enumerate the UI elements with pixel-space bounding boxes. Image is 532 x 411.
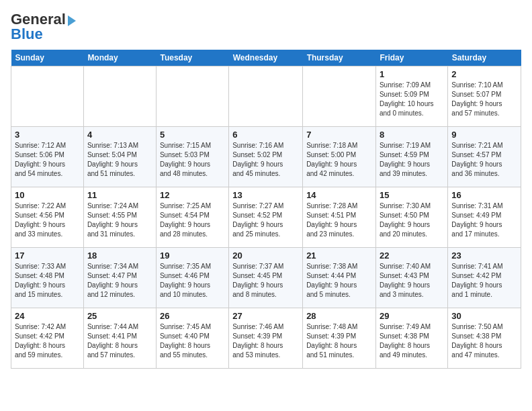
day-cell: 10Sunrise: 7:22 AM Sunset: 4:56 PM Dayli… <box>11 187 84 248</box>
day-number: 24 <box>15 311 80 321</box>
week-row-1: 3Sunrise: 7:12 AM Sunset: 5:06 PM Daylig… <box>11 127 521 187</box>
week-row-0: 1Sunrise: 7:09 AM Sunset: 5:09 PM Daylig… <box>11 66 521 127</box>
day-number: 29 <box>380 311 444 321</box>
day-cell: 9Sunrise: 7:21 AM Sunset: 4:57 PM Daylig… <box>448 127 521 187</box>
day-cell: 30Sunrise: 7:50 AM Sunset: 4:38 PM Dayli… <box>448 308 521 369</box>
day-cell: 14Sunrise: 7:28 AM Sunset: 4:51 PM Dayli… <box>303 187 376 248</box>
day-cell: 21Sunrise: 7:38 AM Sunset: 4:44 PM Dayli… <box>303 248 376 308</box>
day-info: Sunrise: 7:37 AM Sunset: 4:45 PM Dayligh… <box>232 262 299 300</box>
day-number: 2 <box>451 69 517 79</box>
header-sunday: Sunday <box>11 50 84 66</box>
day-info: Sunrise: 7:49 AM Sunset: 4:38 PM Dayligh… <box>380 322 444 360</box>
day-number: 15 <box>380 190 444 200</box>
day-cell: 23Sunrise: 7:41 AM Sunset: 4:42 PM Dayli… <box>448 248 521 308</box>
header-friday: Friday <box>375 50 447 66</box>
day-number: 21 <box>306 250 372 261</box>
day-cell: 22Sunrise: 7:40 AM Sunset: 4:43 PM Dayli… <box>375 248 447 308</box>
day-info: Sunrise: 7:10 AM Sunset: 5:07 PM Dayligh… <box>451 81 517 118</box>
header-tuesday: Tuesday <box>156 50 228 66</box>
day-number: 4 <box>87 130 152 140</box>
logo: General Blue <box>11 11 76 43</box>
day-number: 19 <box>160 250 225 261</box>
day-cell: 12Sunrise: 7:25 AM Sunset: 4:54 PM Dayli… <box>156 187 228 248</box>
day-info: Sunrise: 7:24 AM Sunset: 4:55 PM Dayligh… <box>87 201 152 239</box>
logo-text-blue: Blue <box>11 26 43 43</box>
day-cell: 29Sunrise: 7:49 AM Sunset: 4:38 PM Dayli… <box>375 308 447 369</box>
day-cell: 3Sunrise: 7:12 AM Sunset: 5:06 PM Daylig… <box>11 127 84 187</box>
day-info: Sunrise: 7:42 AM Sunset: 4:42 PM Dayligh… <box>15 322 80 360</box>
day-cell <box>303 66 376 127</box>
day-info: Sunrise: 7:28 AM Sunset: 4:51 PM Dayligh… <box>306 201 372 239</box>
day-number: 14 <box>306 190 372 200</box>
day-cell: 5Sunrise: 7:15 AM Sunset: 5:03 PM Daylig… <box>156 127 228 187</box>
day-cell <box>11 66 84 127</box>
day-number: 11 <box>87 190 152 200</box>
day-number: 7 <box>306 130 372 140</box>
day-number: 13 <box>232 190 299 200</box>
day-info: Sunrise: 7:41 AM Sunset: 4:42 PM Dayligh… <box>451 262 517 300</box>
page-header: General Blue <box>11 11 521 43</box>
calendar-table: SundayMondayTuesdayWednesdayThursdayFrid… <box>11 50 521 369</box>
day-number: 10 <box>15 190 80 200</box>
day-number: 6 <box>232 130 299 140</box>
day-info: Sunrise: 7:25 AM Sunset: 4:54 PM Dayligh… <box>160 201 225 239</box>
day-cell: 13Sunrise: 7:27 AM Sunset: 4:52 PM Dayli… <box>229 187 303 248</box>
day-number: 3 <box>15 130 80 140</box>
day-number: 12 <box>160 190 225 200</box>
day-cell: 2Sunrise: 7:10 AM Sunset: 5:07 PM Daylig… <box>448 66 521 127</box>
day-cell: 28Sunrise: 7:48 AM Sunset: 4:39 PM Dayli… <box>303 308 376 369</box>
day-cell: 1Sunrise: 7:09 AM Sunset: 5:09 PM Daylig… <box>375 66 447 127</box>
day-info: Sunrise: 7:21 AM Sunset: 4:57 PM Dayligh… <box>451 141 517 179</box>
day-info: Sunrise: 7:44 AM Sunset: 4:41 PM Dayligh… <box>87 322 152 360</box>
day-number: 26 <box>160 311 225 321</box>
day-info: Sunrise: 7:45 AM Sunset: 4:40 PM Dayligh… <box>160 322 225 360</box>
day-cell: 15Sunrise: 7:30 AM Sunset: 4:50 PM Dayli… <box>375 187 447 248</box>
day-info: Sunrise: 7:46 AM Sunset: 4:39 PM Dayligh… <box>232 322 299 360</box>
day-number: 5 <box>160 130 225 140</box>
day-cell: 6Sunrise: 7:16 AM Sunset: 5:02 PM Daylig… <box>229 127 303 187</box>
day-info: Sunrise: 7:50 AM Sunset: 4:38 PM Dayligh… <box>451 322 517 360</box>
day-cell: 18Sunrise: 7:34 AM Sunset: 4:47 PM Dayli… <box>83 248 156 308</box>
day-cell: 17Sunrise: 7:33 AM Sunset: 4:48 PM Dayli… <box>11 248 84 308</box>
header-saturday: Saturday <box>448 50 521 66</box>
day-info: Sunrise: 7:12 AM Sunset: 5:06 PM Dayligh… <box>15 141 80 179</box>
day-info: Sunrise: 7:15 AM Sunset: 5:03 PM Dayligh… <box>160 141 225 179</box>
day-number: 20 <box>232 250 299 261</box>
day-info: Sunrise: 7:33 AM Sunset: 4:48 PM Dayligh… <box>15 262 80 300</box>
day-number: 23 <box>451 250 517 261</box>
day-cell: 25Sunrise: 7:44 AM Sunset: 4:41 PM Dayli… <box>83 308 156 369</box>
day-info: Sunrise: 7:38 AM Sunset: 4:44 PM Dayligh… <box>306 262 372 300</box>
day-number: 27 <box>232 311 299 321</box>
day-cell <box>156 66 228 127</box>
day-info: Sunrise: 7:09 AM Sunset: 5:09 PM Dayligh… <box>380 81 444 118</box>
day-cell: 20Sunrise: 7:37 AM Sunset: 4:45 PM Dayli… <box>229 248 303 308</box>
day-cell: 24Sunrise: 7:42 AM Sunset: 4:42 PM Dayli… <box>11 308 84 369</box>
header-monday: Monday <box>83 50 156 66</box>
week-row-4: 24Sunrise: 7:42 AM Sunset: 4:42 PM Dayli… <box>11 308 521 369</box>
day-cell: 16Sunrise: 7:31 AM Sunset: 4:49 PM Dayli… <box>448 187 521 248</box>
day-cell: 26Sunrise: 7:45 AM Sunset: 4:40 PM Dayli… <box>156 308 228 369</box>
day-cell: 8Sunrise: 7:19 AM Sunset: 4:59 PM Daylig… <box>375 127 447 187</box>
day-info: Sunrise: 7:31 AM Sunset: 4:49 PM Dayligh… <box>451 201 517 239</box>
day-number: 1 <box>380 69 444 79</box>
day-number: 16 <box>451 190 517 200</box>
day-info: Sunrise: 7:40 AM Sunset: 4:43 PM Dayligh… <box>380 262 444 300</box>
day-info: Sunrise: 7:27 AM Sunset: 4:52 PM Dayligh… <box>232 201 299 239</box>
day-info: Sunrise: 7:13 AM Sunset: 5:04 PM Dayligh… <box>87 141 152 179</box>
day-number: 9 <box>451 130 517 140</box>
day-info: Sunrise: 7:48 AM Sunset: 4:39 PM Dayligh… <box>306 322 372 360</box>
header-thursday: Thursday <box>303 50 376 66</box>
day-info: Sunrise: 7:30 AM Sunset: 4:50 PM Dayligh… <box>380 201 444 239</box>
day-info: Sunrise: 7:34 AM Sunset: 4:47 PM Dayligh… <box>87 262 152 300</box>
day-number: 25 <box>87 311 152 321</box>
day-number: 18 <box>87 250 152 261</box>
day-info: Sunrise: 7:19 AM Sunset: 4:59 PM Dayligh… <box>380 141 444 179</box>
day-info: Sunrise: 7:35 AM Sunset: 4:46 PM Dayligh… <box>160 262 225 300</box>
day-cell <box>229 66 303 127</box>
week-row-3: 17Sunrise: 7:33 AM Sunset: 4:48 PM Dayli… <box>11 248 521 308</box>
day-number: 22 <box>380 250 444 261</box>
week-row-2: 10Sunrise: 7:22 AM Sunset: 4:56 PM Dayli… <box>11 187 521 248</box>
day-cell <box>83 66 156 127</box>
day-number: 30 <box>451 311 517 321</box>
day-cell: 19Sunrise: 7:35 AM Sunset: 4:46 PM Dayli… <box>156 248 228 308</box>
